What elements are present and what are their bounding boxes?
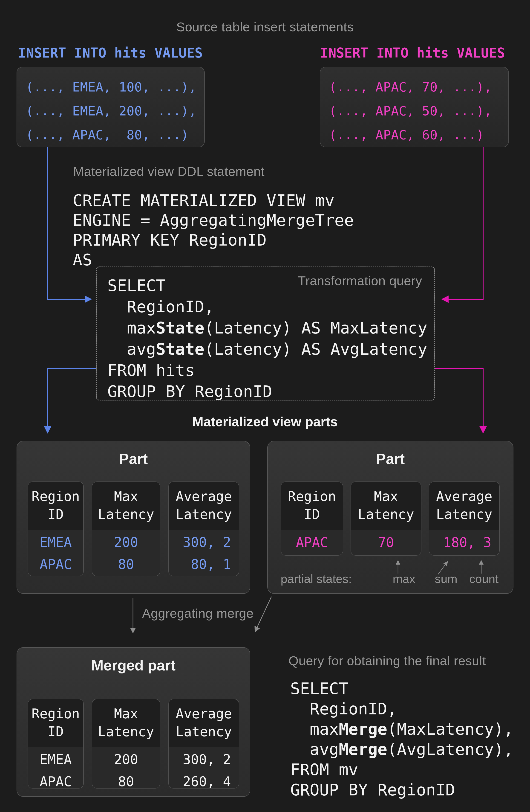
source-inserts-section-title: Source table insert statements	[0, 19, 530, 34]
aggregating-merge-label: Aggregating merge	[99, 606, 297, 621]
part-table-column: MaxLatency20080	[92, 699, 160, 788]
magenta-insert-to-query-arrow	[443, 147, 483, 299]
left-insert-values-box: (..., EMEA, 100, ...),(..., EMEA, 200, .…	[17, 67, 205, 147]
part-table-column: MaxLatency20080	[92, 481, 160, 576]
right-insert-values-box: (..., APAC, 70, ...),(..., APAC, 50, ...…	[320, 67, 509, 147]
part-table-column: AverageLatency300, 280, 1	[168, 481, 239, 576]
ddl-section-label: Materialized view DDL statement	[73, 164, 265, 179]
aggregating-mergetree-diagram: Source table insert statements INSERT IN…	[0, 0, 530, 812]
transformation-query-code: SELECT RegionID, maxState(Latency) AS Ma…	[107, 275, 427, 402]
partial-state-sum-label: sum	[435, 572, 457, 586]
part-table-column: AverageLatency300, 2260, 4	[168, 699, 239, 788]
merged-part-table: RegionIDEMEAAPACMaxLatency20080AverageLa…	[28, 699, 239, 788]
part-table-column: RegionIDEMEAAPAC	[28, 481, 84, 576]
part-table-column: RegionIDEMEAAPAC	[28, 699, 84, 788]
partial-state-count-label: count	[469, 572, 499, 586]
final-query-label: Query for obtaining the final result	[289, 653, 486, 668]
part-title: Part	[268, 450, 513, 467]
part-table-column: RegionIDAPAC	[281, 481, 343, 555]
partial-state-max-label: max	[393, 572, 415, 586]
final-query-code: SELECT RegionID, maxMerge(MaxLatency), a…	[290, 679, 513, 800]
part-table-right: RegionIDAPACMaxLatency70AverageLatency18…	[281, 481, 500, 555]
part-table-column: MaxLatency70	[351, 481, 422, 555]
part-table-left: RegionIDEMEAAPACMaxLatency20080AverageLa…	[28, 481, 239, 576]
part-box-right: Part RegionIDAPACMaxLatency70AverageLate…	[267, 441, 513, 594]
merged-part-box: Merged part RegionIDEMEAAPACMaxLatency20…	[17, 647, 250, 797]
transformation-query-box: Transformation query SELECT RegionID, ma…	[96, 266, 435, 401]
part-title: Part	[17, 450, 250, 467]
ddl-code: CREATE MATERIALIZED VIEW mvENGINE = Aggr…	[73, 191, 354, 270]
merged-part-title: Merged part	[17, 657, 250, 674]
materialized-view-parts-label: Materialized view parts	[0, 414, 530, 429]
part-table-column: AverageLatency180, 3	[429, 481, 500, 555]
partial-states-legend: partial states: max sum count	[268, 572, 513, 588]
part-box-left: Part RegionIDEMEAAPACMaxLatency20080Aver…	[17, 441, 250, 594]
left-insert-statement-label: INSERT INTO hits VALUES	[18, 45, 203, 61]
right-insert-statement-label: INSERT INTO hits VALUES	[320, 45, 505, 61]
partial-states-label: partial states:	[281, 572, 352, 586]
